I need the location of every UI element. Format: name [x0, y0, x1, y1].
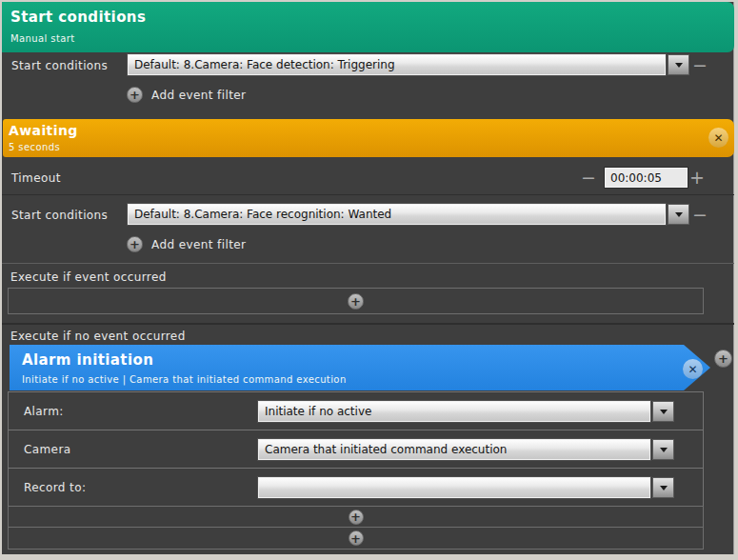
start-conditions-subtitle: Manual start — [10, 33, 75, 44]
execute-if-no-event-label: Execute if no event occurred — [10, 330, 186, 343]
plus-icon: + — [127, 87, 143, 103]
plus-icon: + — [349, 530, 364, 546]
add-alarm-parameter-bar[interactable]: + — [8, 506, 704, 528]
plus-icon: + — [349, 510, 364, 525]
section-separator — [2, 323, 734, 325]
add-action-occurred-bar[interactable]: + — [8, 288, 704, 314]
record-to-dropdown-button[interactable] — [652, 477, 674, 498]
add-event-filter-button[interactable]: + Add event filter — [127, 87, 246, 103]
alarm-mode-dropdown-value[interactable]: Initiate if no active — [258, 401, 650, 422]
start-event-dropdown[interactable]: Default: 8.Camera: Face detection: Trigg… — [128, 54, 689, 75]
awaiting-remove-event-filter-button[interactable]: − — [692, 206, 708, 223]
row-separator — [2, 194, 734, 195]
alarm-initiation-subtitle: Initiate if no active | Camera that init… — [22, 374, 347, 385]
awaiting-title: Awaiting — [9, 123, 78, 138]
section-separator — [2, 263, 734, 264]
timeout-decrement-button[interactable]: − — [581, 169, 596, 186]
record-to-dropdown-value[interactable] — [258, 477, 650, 498]
awaiting-header: Awaiting 5 seconds ✕ — [3, 119, 734, 157]
camera-dropdown-button[interactable] — [652, 439, 674, 460]
awaiting-event-dropdown[interactable]: Default: 8.Camera: Face recognition: Wan… — [128, 204, 689, 225]
camera-row: Camera Camera that initiated command exe… — [8, 430, 704, 469]
record-to-row: Record to: — [8, 468, 704, 507]
chevron-down-icon — [660, 486, 668, 490]
start-conditions-title: Start conditions — [10, 9, 146, 26]
alarm-row: Alarm: Initiate if no active — [8, 391, 704, 430]
alarm-initiation-header: Alarm initiation Initiate if no active |… — [10, 345, 710, 390]
camera-dropdown[interactable]: Camera that initiated command execution — [258, 439, 674, 460]
start-event-dropdown-value[interactable]: Default: 8.Camera: Face detection: Trigg… — [128, 54, 666, 75]
start-conditions-header: Start conditions Manual start — [2, 2, 734, 52]
start-event-dropdown-button[interactable] — [668, 54, 689, 75]
alarm-close-button[interactable]: ✕ — [683, 359, 703, 379]
chevron-down-icon — [660, 448, 668, 452]
plus-icon: + — [348, 293, 364, 310]
awaiting-close-button[interactable]: ✕ — [708, 128, 728, 148]
add-event-filter-label: Add event filter — [151, 89, 246, 102]
record-to-field-label: Record to: — [24, 481, 86, 494]
timeout-input[interactable] — [605, 168, 688, 188]
awaiting-add-event-filter-label: Add event filter — [151, 238, 246, 251]
awaiting-event-dropdown-value[interactable]: Default: 8.Camera: Face recognition: Wan… — [128, 204, 666, 225]
alarm-initiation-title: Alarm initiation — [22, 351, 153, 369]
camera-dropdown-value[interactable]: Camera that initiated command execution — [258, 439, 650, 460]
alarm-mode-dropdown[interactable]: Initiate if no active — [258, 401, 674, 422]
add-action-button[interactable]: + — [714, 350, 732, 368]
macro-editor-window: Start conditions Manual start Start cond… — [0, 0, 738, 560]
remove-event-filter-button[interactable]: − — [692, 56, 708, 73]
alarm-mode-dropdown-button[interactable] — [652, 401, 674, 422]
camera-field-label: Camera — [24, 443, 71, 456]
add-action-no-event-bar[interactable]: + — [8, 527, 704, 550]
start-conditions-row-label: Start conditions — [11, 59, 108, 72]
awaiting-add-event-filter-button[interactable]: + Add event filter — [127, 236, 246, 252]
timeout-increment-button[interactable]: + — [689, 169, 705, 186]
record-to-dropdown[interactable] — [258, 477, 674, 498]
awaiting-subtitle: 5 seconds — [9, 142, 60, 152]
chevron-down-icon — [675, 212, 683, 217]
awaiting-event-dropdown-button[interactable] — [668, 204, 689, 225]
alarm-field-label: Alarm: — [24, 405, 64, 418]
execute-if-occurred-label: Execute if event occurred — [10, 270, 167, 284]
chevron-down-icon — [660, 410, 668, 414]
chevron-down-icon — [675, 63, 683, 68]
plus-icon: + — [127, 236, 143, 252]
timeout-label: Timeout — [11, 171, 61, 185]
awaiting-start-conditions-row-label: Start conditions — [11, 209, 108, 222]
